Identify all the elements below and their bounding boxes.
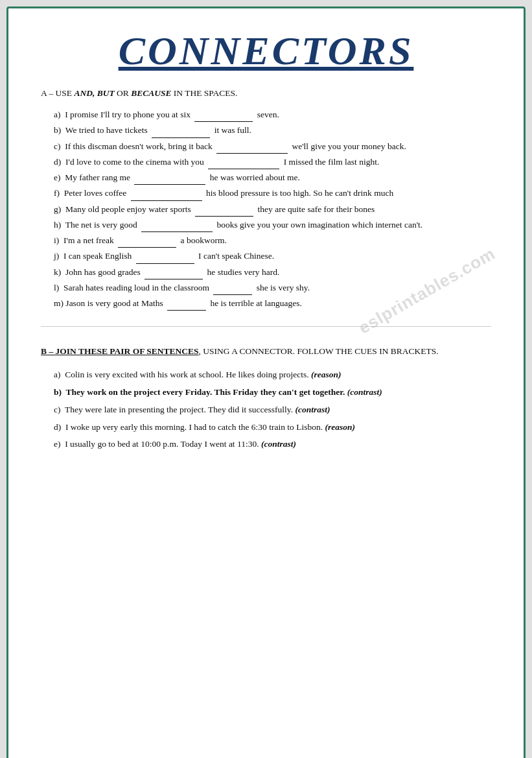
blank — [141, 223, 213, 232]
list-item: k) John has good grades he studies very … — [54, 265, 491, 279]
blank — [145, 270, 203, 279]
list-item: c) They were late in presenting the proj… — [54, 403, 491, 418]
list-item: i) I'm a net freak a bookworm. — [54, 233, 491, 248]
list-item: g) Many old people enjoy water sports th… — [54, 202, 491, 217]
section-b-list: a) Colin is very excited with his work a… — [41, 368, 491, 453]
list-item: b) We tried to have tickets it was full. — [54, 123, 491, 137]
list-item: a) I promise I'll try to phone you at si… — [54, 108, 491, 122]
section-b-header: B – JOIN THESE PAIR OF SENTENCES, USING … — [41, 345, 491, 358]
blank — [152, 129, 210, 138]
list-item: j) I can speak English I can't speak Chi… — [54, 249, 491, 263]
list-item: b) They work on the project every Friday… — [54, 385, 491, 400]
list-item: d) I'd love to come to the cinema with y… — [54, 155, 491, 169]
blank — [167, 302, 206, 311]
list-item: c) If this discman doesn't work, bring i… — [54, 139, 491, 154]
list-item: e) My father rang me he was worried abou… — [54, 171, 491, 185]
section-a-header: A – USE AND, BUT OR BECAUSE IN THE SPACE… — [41, 88, 491, 99]
list-item: m) Jason is very good at Maths he is ter… — [54, 296, 491, 311]
section-a-list: a) I promise I'll try to phone you at si… — [41, 108, 491, 311]
blank — [134, 176, 205, 185]
blank — [136, 255, 194, 264]
blank — [131, 192, 202, 201]
blank — [194, 113, 253, 122]
list-item: l) Sarah hates reading loud in the class… — [54, 281, 491, 295]
blank — [118, 239, 176, 248]
page-title: CONNECTORS — [41, 28, 491, 74]
section-divider — [41, 326, 491, 327]
section-b: B – JOIN THESE PAIR OF SENTENCES, USING … — [41, 345, 491, 452]
blank — [195, 207, 253, 217]
list-item: a) Colin is very excited with his work a… — [54, 368, 491, 383]
list-item: d) I woke up very early this morning. I … — [54, 420, 491, 435]
list-item: f) Peter loves coffee his blood pressure… — [54, 186, 491, 200]
blank — [213, 286, 252, 295]
list-item: h) The net is very good books give you y… — [54, 218, 491, 232]
list-item: e) I usually go to bed at 10:00 p.m. Tod… — [54, 437, 491, 452]
worksheet-page: CONNECTORS A – USE AND, BUT OR BECAUSE I… — [6, 6, 526, 758]
blank — [216, 145, 288, 154]
blank — [208, 160, 279, 169]
